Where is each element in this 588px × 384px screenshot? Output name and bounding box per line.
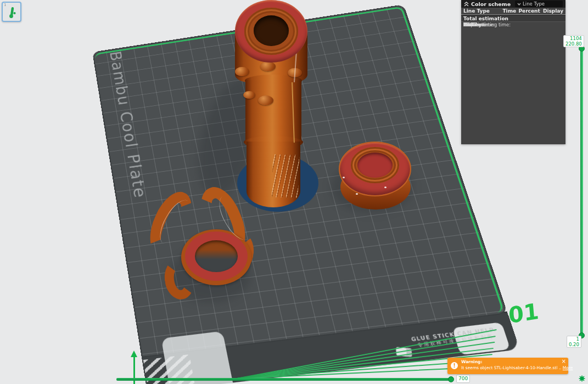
handle-grip-ribs — [272, 154, 300, 198]
move-slider-value: 700 — [456, 375, 470, 383]
layer-top-number: 1104 — [565, 36, 582, 41]
estimation-value: 2h46m — [463, 22, 490, 27]
column-line-type: Line Type — [463, 8, 502, 14]
layer-top-label: 1104 220.80 — [563, 35, 584, 47]
move-slider-track[interactable] — [116, 378, 452, 381]
dropdown-value: Line Type — [523, 1, 545, 7]
estimation-row: Total time: 2h46m — [461, 22, 466, 27]
collapse-icon[interactable] — [464, 2, 469, 7]
chevron-down-icon — [517, 3, 521, 5]
total-estimation-title: Total estimation — [461, 15, 565, 22]
plate-thumbnail-model-icon — [5, 6, 19, 19]
layer-bottom-number: 1 — [569, 336, 579, 342]
warning-icon: ! — [451, 362, 458, 369]
warning-message: It seems object STL-Lightsaber-4-10-Hand… — [461, 365, 573, 370]
handle-knob — [258, 95, 273, 105]
column-display: Display — [543, 8, 563, 14]
handle-top-opening — [235, 0, 307, 63]
seam-dot — [343, 177, 345, 178]
handle-knob — [235, 67, 249, 76]
seam-dot — [384, 187, 387, 188]
handle-knob — [243, 91, 255, 99]
slider-settings-gear-icon[interactable] — [579, 375, 585, 382]
claw-ring-hole — [195, 240, 238, 272]
warning-text: It seems object STL-Lightsaber-4-10-Hand… — [461, 365, 561, 370]
close-icon[interactable]: × — [562, 358, 566, 364]
layer-bottom-height: 0.20 — [569, 342, 579, 347]
warning-toast[interactable]: ! Warning: It seems object STL-Lightsabe… — [447, 358, 568, 374]
plate-number: 01 — [507, 298, 540, 329]
plate-thumbnail-button[interactable]: 1 — [2, 2, 21, 22]
color-scheme-panel: Color scheme Line Type Line Type Time Pe… — [461, 0, 565, 144]
panel-title: Color scheme — [471, 1, 511, 7]
layer-top-height: 220.80 — [565, 41, 582, 47]
layer-slider-track[interactable] — [580, 48, 583, 336]
seam-dot — [356, 193, 358, 195]
column-time: Time — [502, 8, 518, 14]
warning-title: Warning: — [461, 359, 482, 364]
axis-arrow-y-head — [131, 351, 137, 357]
panel-header: Color scheme Line Type — [461, 0, 565, 8]
column-percent: Percent — [518, 8, 542, 14]
more-link[interactable]: More — [563, 365, 573, 370]
line-type-dropdown[interactable]: Line Type — [515, 1, 563, 7]
layer-bottom-label: 1 0.20 — [567, 336, 581, 348]
handle-bore — [254, 15, 289, 46]
column-header: Line Type Time Percent Display — [461, 8, 565, 15]
cap-inner-recess — [357, 153, 393, 178]
handle-knob — [260, 61, 276, 71]
preview-viewport: Bambu Cool Plate GLUE STICK CAN HELP. 专用… — [0, 0, 588, 384]
move-slider-handle[interactable] — [448, 376, 454, 382]
